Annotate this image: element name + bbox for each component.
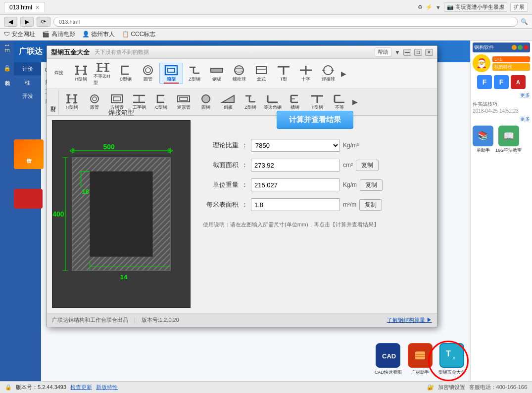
toolbar-cat-t-steel[interactable]: T型 [273, 63, 294, 84]
bookmark-person[interactable]: 👤 德州市人 [82, 30, 115, 39]
back-btn[interactable]: ◀ [4, 17, 17, 27]
density-colon: ： [242, 141, 248, 150]
density-select[interactable]: 7850 [251, 139, 340, 152]
toolbar-cat-round-pipe[interactable]: 圆管 [137, 63, 159, 84]
app-single-helper[interactable]: 📚 单助手 [473, 126, 493, 154]
browser-tab[interactable]: 013.html ✕ [4, 2, 45, 12]
material-helper-icon[interactable]: 广材助手 [408, 343, 433, 376]
height-dim-text: 400 [52, 210, 64, 218]
density-row: 理论比重 ： 7850 Kg/m³ [203, 139, 427, 152]
weight-label: 单位重量 [203, 180, 239, 189]
drawing-container: 焊接箱型 [47, 103, 195, 313]
svg-point-43 [93, 97, 97, 101]
cad-icon-svg: CAD [380, 348, 396, 363]
statusbar-version: 版本号:1.2.0.20 [142, 316, 179, 324]
toolbar-cat-box2[interactable]: 盒式 [250, 63, 272, 84]
address-bar[interactable]: 013.html [53, 17, 518, 27]
drawing-canvas: 500 400 18 [52, 120, 191, 308]
round-pipe-icon [140, 64, 156, 76]
nav-item-jiajia[interactable]: 计价 [14, 62, 41, 76]
new-features-link[interactable]: 新版特性 [96, 384, 118, 391]
svg-text:T: T [446, 349, 451, 358]
t2-t-icon [309, 93, 325, 104]
area-copy-btn[interactable]: 复制 [356, 160, 379, 171]
statusbar-link[interactable]: 了解钢结构算量 ▶ [387, 316, 432, 324]
f-icon-2[interactable]: F [494, 75, 509, 89]
weight-copy-btn[interactable]: 复制 [360, 179, 383, 191]
minimize-dot[interactable] [512, 45, 517, 50]
surface-copy-btn[interactable]: 复制 [359, 199, 382, 211]
toolbar-cat-c-steel[interactable]: C型钢 [115, 63, 137, 84]
svg-point-16 [144, 66, 152, 75]
book-label: 16G平法教室 [495, 147, 522, 154]
c-steel-icon [118, 64, 134, 76]
statusbar-separator: ｜ [132, 316, 138, 324]
sidebar-text-e: E [3, 48, 10, 53]
weight-input[interactable] [251, 178, 340, 191]
svg-point-24 [235, 66, 243, 75]
expand-btn[interactable]: 扩展 [510, 2, 528, 12]
area-input[interactable] [251, 159, 340, 172]
t2-channel-icon [287, 93, 303, 104]
toolbar-cat-unequal-h[interactable]: 不等边H型 [93, 60, 114, 87]
bookmark-movie[interactable]: 🎬 高清电影 [42, 30, 75, 39]
drawing-title: 焊接箱型 [52, 108, 191, 117]
side-avatar-area: 🎅 L+1 我的特权 [473, 54, 530, 72]
toolbar-cat-h-steel[interactable]: H型钢 [70, 63, 92, 84]
my-features-badge[interactable]: 我的特权 [492, 63, 530, 71]
app-icons-row: CAD CAD快速看图 广材助手 T ₀ 型钢五金大全 [375, 343, 465, 376]
toolbar-cat-bolt-ball[interactable]: 螺栓球 [228, 63, 250, 84]
lock-settings-icon: 🔐 [427, 384, 434, 391]
help-btn[interactable]: 帮助 [375, 47, 391, 57]
red-ad-box [14, 189, 43, 209]
app-16g[interactable]: 📖 16G平法教室 [495, 126, 522, 154]
t2-z-icon [242, 93, 258, 104]
webpage-logo: 广联达 [19, 46, 43, 57]
search-icon: 🔍 [521, 18, 528, 25]
maximize-btn[interactable]: □ [414, 49, 422, 56]
toolbar-cat-steel-plate[interactable]: 钢板 [206, 63, 228, 84]
bolt-ball-label: 螺栓球 [233, 76, 246, 83]
nav-item-kaifa[interactable]: 开发 [14, 89, 41, 103]
maximize-dot[interactable] [518, 45, 523, 50]
toolbar-cat-weld-ball[interactable]: 焊接球 [317, 63, 339, 84]
a-icon[interactable]: A [511, 75, 526, 89]
svg-rect-19 [168, 68, 175, 72]
bookmark-cert[interactable]: 📋 CCC标志 [122, 30, 155, 39]
close-dot[interactable] [524, 45, 529, 50]
toolbar-cat-z-steel[interactable]: Z型钢 [184, 63, 205, 84]
dropdown-icon[interactable]: ▼ [435, 4, 441, 10]
surface-colon: ： [242, 200, 248, 209]
steel-encyclopedia-icon[interactable]: T ₀ 型钢五金大全 [438, 343, 465, 376]
svg-point-42 [91, 95, 98, 103]
check-update-link[interactable]: 检查更新 [70, 384, 92, 391]
dialog-window: 型钢五金大全 天下没有查不到的数据 帮助 ▼ — □ × 焊接 [47, 45, 437, 327]
toolbar-cat-box[interactable]: 箱型 [159, 63, 183, 84]
close-btn[interactable]: × [425, 49, 433, 56]
steel-plate-icon [209, 64, 225, 76]
orange-ad-left: 计价软件 [14, 139, 44, 169]
svg-text:CAD: CAD [382, 352, 396, 360]
toolbar-cat-cross[interactable]: 十字 [295, 63, 317, 84]
f-icon-1[interactable]: F [477, 75, 492, 89]
cross-icon [298, 64, 314, 76]
badge-l1: L+1 [492, 56, 530, 62]
calc-btn[interactable]: 计算并查看结果 [277, 111, 353, 129]
toolbar-more-btn[interactable]: ▶ [339, 70, 347, 78]
nav-item-zhu[interactable]: 柱 [14, 76, 41, 89]
minimize-btn[interactable]: — [403, 49, 411, 56]
tab-close-icon[interactable]: ✕ [35, 4, 40, 11]
cad-viewer-icon[interactable]: CAD CAD快速看图 [375, 343, 402, 376]
surface-unit: m²/m [343, 201, 356, 208]
more-link-1[interactable]: 更多 [473, 92, 530, 99]
refresh-btn[interactable]: ⟳ [37, 17, 50, 27]
helper-label: 单助手 [477, 147, 490, 154]
toolbar-cat-welding[interactable]: 焊接 [48, 69, 70, 78]
more-link-2[interactable]: 更多 [473, 116, 530, 123]
forward-btn[interactable]: ▶ [20, 17, 34, 27]
surface-input[interactable] [251, 198, 340, 211]
svg-rect-45 [113, 97, 120, 101]
bookmark-shield[interactable]: 🛡 安全网址 [4, 30, 35, 39]
lock-settings-text[interactable]: 加密锁设置 [438, 384, 465, 391]
side-panel-header: 钢构软件 [473, 43, 530, 52]
